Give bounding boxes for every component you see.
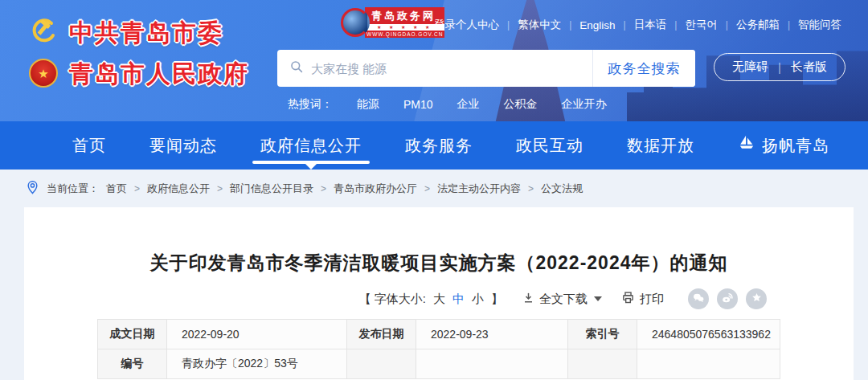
party-committee-link[interactable]: 中共青岛市委 xyxy=(29,16,249,48)
breadcrumb-gov-info[interactable]: 政府信息公开 xyxy=(147,182,210,196)
link-separator: | xyxy=(507,19,510,31)
font-size-small-button[interactable]: 小 xyxy=(472,292,484,307)
accessibility-mode-button[interactable]: 无障碍 xyxy=(732,59,768,75)
nav-news[interactable]: 要闻动态 xyxy=(146,121,220,170)
logo-text-block: 青岛政务网 ★ ★ ★ ★ ★ WWW.QINGDAO.GOV.CN xyxy=(365,7,444,38)
smart-qa-link[interactable]: 智能问答 xyxy=(798,18,841,32)
breadcrumb-separator: > xyxy=(321,183,326,194)
meta-label-empty xyxy=(347,349,416,379)
hot-search-term[interactable]: PM10 xyxy=(403,98,433,111)
table-row: 编号 青政办字〔2022〕53号 xyxy=(98,349,780,379)
wechat-share-button[interactable] xyxy=(688,288,709,309)
location-pin-icon xyxy=(26,180,39,198)
nav-label: 数据开放 xyxy=(627,121,694,170)
utility-links-bar: 登录个人中心 | 繁体中文 | English | 日本语 | 한국어 | 公务… xyxy=(434,18,841,32)
hot-search-term[interactable]: 企业 xyxy=(457,97,480,112)
page-title: 关于印发青岛市冬季清洁取暖项目实施方案（2022-2024年）的通知 xyxy=(24,207,854,276)
site-header: 中共青岛市委 ★ 青岛市人民政府 青岛政务网 ★ ★ ★ ★ ★ WWW.QIN… xyxy=(0,0,868,121)
elderly-version-button[interactable]: 长者版 xyxy=(791,59,827,75)
search-box: 政务全搜索 xyxy=(277,50,695,87)
meta-value-written-date: 2022-09-20 xyxy=(167,320,347,349)
breadcrumb-statutory-disclosure[interactable]: 法定主动公开内容 xyxy=(437,182,521,196)
search-input[interactable] xyxy=(311,62,592,76)
font-size-widget: 【 字体大小: 大 中 小 】 xyxy=(359,292,503,307)
official-mailbox-link[interactable]: 公务邮箱 xyxy=(736,18,780,32)
meta-label-empty xyxy=(568,349,637,379)
search-input-area xyxy=(277,50,592,87)
print-button[interactable]: 打印 xyxy=(621,291,664,307)
national-emblem-icon: ★ xyxy=(29,59,58,88)
sailboat-icon xyxy=(738,121,755,170)
search-button[interactable]: 政务全搜索 xyxy=(592,50,695,87)
print-label: 打印 xyxy=(640,292,664,307)
municipal-government-name: 青岛市人民政府 xyxy=(69,60,249,87)
share-buttons xyxy=(688,288,767,309)
hot-search-term[interactable]: 能源 xyxy=(357,97,379,112)
traditional-chinese-link[interactable]: 繁体中文 xyxy=(518,18,561,32)
nav-home[interactable]: 首页 xyxy=(69,121,109,170)
breadcrumb-home[interactable]: 首页 xyxy=(106,182,127,196)
link-separator: | xyxy=(726,19,728,31)
meta-label-doc-number: 编号 xyxy=(98,349,167,379)
nav-government-services[interactable]: 政务服务 xyxy=(402,121,476,170)
logo-url-text: WWW.QINGDAO.GOV.CN xyxy=(365,31,444,38)
logo-title: 青岛政务网 xyxy=(365,7,444,24)
nav-sailing-qingdao[interactable]: 扬帆青岛 xyxy=(735,121,833,170)
download-icon xyxy=(522,292,534,306)
meta-value-publish-date: 2022-09-23 xyxy=(416,320,568,349)
breadcrumb-dept-directory[interactable]: 部门信息公开目录 xyxy=(230,182,313,196)
download-label: 全文下载 xyxy=(539,292,588,307)
article-card: 关于印发青岛市冬季清洁取暖项目实施方案（2022-2024年）的通知 【 字体大… xyxy=(24,207,854,380)
meta-label-written-date: 成文日期 xyxy=(98,320,167,349)
site-logo[interactable]: 青岛政务网 ★ ★ ★ ★ ★ WWW.QINGDAO.GOV.CN xyxy=(341,7,444,38)
document-meta-table: 成文日期 2022-09-20 发布日期 2022-09-23 索引号 2464… xyxy=(97,319,780,379)
municipal-government-link[interactable]: ★ 青岛市人民政府 xyxy=(29,59,249,88)
hot-search-term[interactable]: 企业开办 xyxy=(562,97,607,112)
nav-government-info-disclosure[interactable]: 政府信息公开 xyxy=(257,121,365,170)
nav-label: 扬帆青岛 xyxy=(762,121,829,170)
link-separator: | xyxy=(674,19,677,31)
nav-label: 要闻动态 xyxy=(149,121,217,170)
font-size-label: 【 字体大小: xyxy=(359,292,426,307)
search-icon xyxy=(290,60,303,76)
weibo-share-button[interactable] xyxy=(717,288,738,309)
font-size-label-close: 】 xyxy=(491,292,503,307)
korean-link[interactable]: 한국어 xyxy=(685,18,718,32)
wechat-icon xyxy=(692,292,705,307)
breadcrumb-separator: > xyxy=(424,183,430,194)
breadcrumb-separator: > xyxy=(217,183,223,194)
nav-open-data[interactable]: 数据开放 xyxy=(624,121,698,170)
table-row: 成文日期 2022-09-20 发布日期 2022-09-23 索引号 2464… xyxy=(98,320,780,349)
english-link[interactable]: English xyxy=(579,19,615,31)
hot-search-term[interactable]: 公积金 xyxy=(504,97,538,112)
meta-value-index-number: 2464805076563133962 xyxy=(637,320,780,349)
font-size-large-button[interactable]: 大 xyxy=(433,292,445,307)
nav-label: 政府信息公开 xyxy=(260,121,362,170)
globe-logo-icon xyxy=(341,8,370,37)
font-size-medium-button[interactable]: 中 xyxy=(452,292,465,307)
weibo-icon xyxy=(721,292,734,307)
nav-label: 政民互动 xyxy=(516,121,583,170)
party-emblem-icon xyxy=(29,16,58,48)
login-personal-center-link[interactable]: 登录个人中心 xyxy=(434,18,499,32)
meta-label-index-number: 索引号 xyxy=(568,320,637,349)
meta-value-empty xyxy=(637,349,780,379)
nav-label: 首页 xyxy=(72,121,106,170)
japanese-link[interactable]: 日本语 xyxy=(634,18,667,32)
nav-label: 政务服务 xyxy=(405,121,473,170)
breadcrumb-separator: > xyxy=(528,183,534,194)
logo-stars-decoration: ★ ★ ★ ★ ★ xyxy=(365,24,444,31)
favorite-button[interactable] xyxy=(746,288,767,309)
meta-value-empty xyxy=(416,349,568,379)
nav-public-interaction[interactable]: 政民互动 xyxy=(513,121,587,170)
link-separator: | xyxy=(569,19,571,31)
breadcrumb-official-docs[interactable]: 公文法规 xyxy=(541,182,583,196)
download-fulltext-button[interactable]: 全文下载 xyxy=(522,292,602,307)
breadcrumb: 当前位置： 首页 > 政府信息公开 > 部门信息公开目录 > 青岛市政府办公厅 … xyxy=(0,170,868,207)
breadcrumb-separator: > xyxy=(134,183,140,194)
accessibility-pill: 无障碍 | 长者版 xyxy=(714,53,845,81)
printer-icon xyxy=(621,291,635,307)
breadcrumb-gov-office[interactable]: 青岛市政府办公厅 xyxy=(334,182,417,196)
pill-separator: | xyxy=(778,60,781,74)
link-separator: | xyxy=(624,19,626,31)
